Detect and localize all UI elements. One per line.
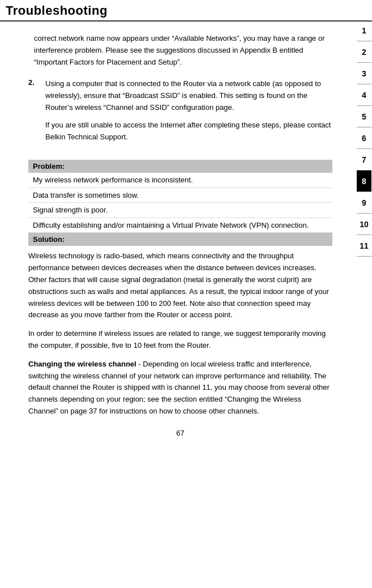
tab-9[interactable]: 9: [357, 192, 371, 214]
tab-1[interactable]: 1: [357, 20, 371, 41]
changing-channel-bold: Changing the wireless channel: [28, 360, 136, 368]
title-bar: Troubleshooting: [0, 0, 372, 22]
problem-item-2: Data transfer is sometimes slow.: [28, 188, 332, 203]
tab-11[interactable]: 11: [357, 235, 371, 257]
problem-section: Problem: My wireless network performance…: [28, 160, 332, 417]
problem-item-1: My wireless network performance is incon…: [28, 173, 332, 188]
page-container: Troubleshooting 1 2 3 4 5 6 7 8 9 10 11 …: [0, 0, 372, 588]
numbered-item-2: 2. Using a computer that is connected to…: [28, 78, 332, 148]
problem-label: Problem:: [28, 160, 332, 173]
item-number: 2.: [28, 78, 45, 148]
page-number: 67: [28, 429, 332, 443]
solution-paragraph-3: Changing the wireless channel - Dependin…: [28, 359, 332, 417]
tab-10[interactable]: 10: [357, 214, 371, 235]
tab-7[interactable]: 7: [357, 149, 371, 171]
tab-4[interactable]: 4: [357, 84, 371, 106]
solution-label: Solution:: [28, 233, 332, 246]
problem-item-3: Signal strength is poor.: [28, 203, 332, 218]
solution-paragraph-2: In order to determine if wireless issues…: [28, 328, 332, 352]
item-paragraph-1: Using a computer that is connected to th…: [45, 78, 332, 113]
solution-paragraph-1: Wireless technology is radio-based, whic…: [28, 250, 332, 321]
tab-8[interactable]: 8: [357, 171, 371, 192]
tab-3[interactable]: 3: [357, 63, 371, 84]
item-content: Using a computer that is connected to th…: [45, 78, 332, 148]
tab-6[interactable]: 6: [357, 127, 371, 149]
page-title: Troubleshooting: [6, 3, 108, 18]
problem-item-4: Difficulty establishing and/or maintaini…: [28, 218, 332, 233]
main-content: correct network name now appears under “…: [0, 22, 355, 454]
item-paragraph-2: If you are still unable to access the In…: [45, 120, 332, 143]
intro-paragraph: correct network name now appears under “…: [28, 33, 332, 68]
right-tab-nav: 1 2 3 4 5 6 7 8 9 10 11: [356, 20, 372, 257]
tab-2[interactable]: 2: [357, 41, 371, 63]
tab-5[interactable]: 5: [357, 106, 371, 127]
